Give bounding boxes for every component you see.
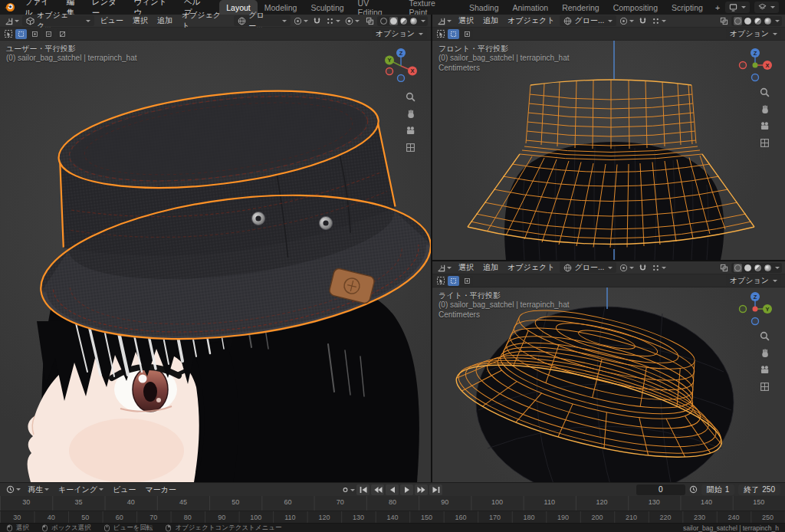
options-dropdown[interactable]: オプション [726,28,781,39]
scene-selector[interactable] [725,2,750,13]
editor-type-button[interactable] [5,485,22,494]
xray-toggle[interactable] [718,264,730,272]
zoom-icon[interactable] [405,91,415,102]
zoom-icon[interactable] [759,87,770,97]
menu-add[interactable]: 追加 [153,15,176,27]
menu-select[interactable]: 選択 [455,261,478,274]
menu-render[interactable]: レンダー [87,0,130,15]
menu-view[interactable]: ビュー [96,15,126,27]
menu-add[interactable]: 追加 [479,261,502,274]
transform-orientation-dropdown[interactable]: グロー... [234,15,291,26]
jump-to-end-button[interactable] [429,484,442,495]
select-mode-invert-button[interactable] [57,29,68,39]
shading-wireframe-button[interactable] [734,17,742,25]
viewport-canvas-user[interactable] [0,41,431,482]
add-workspace-button[interactable]: + [710,0,725,15]
snapping-dropdown[interactable] [324,17,342,25]
axis-z-neg-ball[interactable] [752,318,759,325]
mode-dropdown[interactable]: オブジェク... [22,15,94,26]
box-select-tool-icon[interactable] [436,276,445,285]
shading-rendered-button[interactable] [409,17,418,25]
axis-y-neg-ball[interactable] [740,306,747,313]
navigation-gizmo[interactable]: Z X [737,47,773,82]
select-mode-new-button[interactable] [448,29,459,39]
pivot-point-dropdown[interactable] [618,264,636,272]
axis-y-ball[interactable] [753,63,758,68]
play-button[interactable] [400,484,413,495]
tab-compositing[interactable]: Compositing [606,0,665,15]
navigation-gizmo[interactable]: Z X Y [383,47,419,82]
play-reverse-button[interactable] [386,484,399,495]
viewport-canvas-side[interactable] [432,287,785,482]
select-mode-new-button[interactable] [15,29,27,39]
snapping-dropdown[interactable] [650,17,668,25]
shading-rendered-button[interactable] [764,17,772,25]
options-dropdown[interactable]: オプション [372,28,427,39]
tab-animation[interactable]: Animation [505,0,555,15]
shading-wireframe-button[interactable] [734,264,742,272]
shading-solid-button[interactable] [744,17,752,25]
menu-select[interactable]: 選択 [129,15,152,27]
menu-object[interactable]: オブジェクト [178,15,232,27]
snap-toggle[interactable] [311,17,323,25]
shading-rendered-button[interactable] [764,264,772,272]
axis-z-neg-ball[interactable] [398,75,405,82]
zoom-icon[interactable] [759,330,770,341]
menu-object[interactable]: オブジェクト [504,261,558,274]
pivot-point-dropdown[interactable] [618,17,636,25]
jump-to-start-button[interactable] [356,484,370,495]
timeline-ruler-fine[interactable]: 303540455060708090100110120130140150 [0,496,785,511]
camera-view-icon[interactable] [405,125,415,136]
options-dropdown[interactable]: オプション [726,275,781,286]
xray-toggle[interactable] [718,17,730,25]
camera-view-icon[interactable] [759,364,770,375]
viewport-canvas-front[interactable] [432,41,785,260]
timeline-ruler-coarse[interactable]: 3040506070809010011012013014015016017018… [0,511,785,524]
shading-material-button[interactable] [754,17,762,25]
frame-end-field[interactable]: 終了250 [738,484,780,495]
tab-rendering[interactable]: Rendering [555,0,606,15]
tab-uv-editing[interactable]: UV Editing [351,0,402,15]
auto-keying-toggle[interactable] [342,484,355,495]
xray-toggle[interactable] [364,17,376,25]
pan-hand-icon[interactable] [405,108,415,119]
view-layer-selector[interactable] [754,2,779,13]
editor-type-button[interactable] [435,264,453,272]
tab-shading[interactable]: Shading [462,0,506,15]
select-mode-extend-button[interactable] [29,29,41,39]
shading-material-button[interactable] [399,17,408,25]
menu-select[interactable]: 選択 [455,15,478,27]
menu-marker[interactable]: マーカー [141,483,179,496]
menu-object[interactable]: オブジェクト [504,15,558,27]
editor-type-button[interactable] [3,17,21,25]
pivot-point-dropdown[interactable] [292,17,310,25]
frame-start-field[interactable]: 開始1 [701,484,735,495]
select-mode-subtract-button[interactable] [43,29,54,39]
transform-orientation-dropdown[interactable]: グロー... [560,15,616,26]
current-frame-field[interactable]: 0 [636,484,685,495]
select-mode-extend-button[interactable] [461,29,473,39]
tab-sculpting[interactable]: Sculpting [304,0,350,15]
camera-view-icon[interactable] [759,120,770,131]
proportional-editing-dropdown[interactable] [343,17,361,25]
ortho-toggle-icon[interactable] [405,142,415,153]
menu-playback[interactable]: 再生 [24,483,53,496]
shading-material-button[interactable] [754,264,762,272]
previous-keyframe-button[interactable] [371,484,384,495]
axis-x-neg-ball[interactable] [740,62,747,69]
blender-logo-icon[interactable] [0,0,20,15]
select-mode-extend-button[interactable] [461,276,473,286]
menu-add[interactable]: 追加 [479,15,502,27]
shading-solid-button[interactable] [389,17,398,25]
ortho-toggle-icon[interactable] [759,381,770,392]
box-select-tool-icon[interactable] [436,29,445,38]
axis-x-neg-ball[interactable] [386,68,393,75]
snapping-dropdown[interactable] [650,264,668,272]
menu-timeline-view[interactable]: ビュー [109,483,140,496]
menu-window[interactable]: ウィンドウ [129,0,179,15]
next-keyframe-button[interactable] [415,484,428,495]
tab-scripting[interactable]: Scripting [665,0,710,15]
snap-toggle[interactable] [637,17,649,25]
shading-wireframe-button[interactable] [379,17,388,25]
navigation-gizmo[interactable]: Z Y [737,291,773,326]
